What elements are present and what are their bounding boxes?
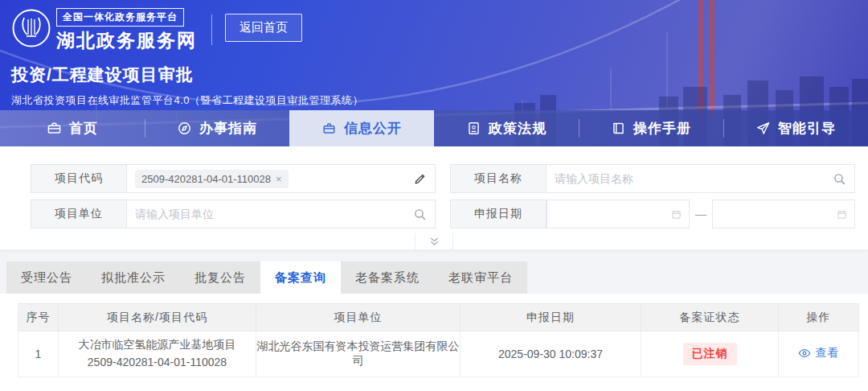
project-name-text: 大冶市临空氢能源产业基地项目 — [59, 336, 256, 354]
table-header-row: 序号 项目名称/项目代码 项目单位 申报日期 备案证状态 操作 — [18, 304, 859, 331]
site-header: 全国一体化政务服务平台 湖北政务服务网 返回首页 投资/工程建设项目审批 湖北省… — [0, 0, 868, 146]
declare-date-field: 申报日期 — — [450, 200, 855, 228]
nav-item-policy[interactable]: 政策法规 — [434, 110, 579, 146]
col-index: 序号 — [18, 304, 59, 331]
nav-item-smart-guide[interactable]: 智能引导 — [723, 110, 868, 146]
status-badge: 已注销 — [683, 343, 737, 365]
smart-guide-icon — [755, 121, 771, 136]
nav-item-home[interactable]: 首页 — [0, 110, 145, 146]
nav-label: 办事指南 — [199, 119, 257, 138]
col-action: 操作 — [779, 304, 859, 331]
project-unit-label: 项目单位 — [31, 200, 127, 228]
search-icon[interactable] — [833, 172, 846, 186]
table-row: 1 大冶市临空氢能源产业基地项目 2509-420281-04-01-11002… — [18, 331, 859, 377]
cell-project-name-code: 大冶市临空氢能源产业基地项目 2509-420281-04-01-110028 — [59, 331, 256, 377]
main-nav: 首页 办事指南 信息公开 政策法规 操作手册 智能引导 — [0, 110, 868, 146]
tab-acceptance-notice[interactable]: 受理公告 — [6, 261, 87, 294]
declare-date-start-input[interactable] — [547, 200, 690, 228]
cell-declare-date: 2025-09-30 10:09:37 — [461, 331, 641, 377]
tab-record-query[interactable]: 备案查询 — [260, 261, 341, 294]
nav-label: 智能引导 — [778, 119, 836, 138]
edit-pencil-icon[interactable] — [413, 172, 427, 186]
guide-icon — [177, 121, 192, 136]
page-subtitle: 湖北省投资项目在线审批监管平台4.0（暨省工程建设项目审批管理系统） — [11, 93, 868, 108]
results-table: 序号 项目名称/项目代码 项目单位 申报日期 备案证状态 操作 1 大冶市临空氢… — [18, 303, 859, 377]
nav-label: 信息公开 — [344, 119, 402, 138]
manual-icon — [611, 121, 626, 136]
project-name-input[interactable] — [555, 172, 833, 185]
project-name-label: 项目名称 — [450, 164, 547, 193]
nav-label: 首页 — [69, 119, 98, 138]
policy-icon — [466, 121, 481, 136]
date-range-separator: — — [690, 200, 712, 228]
calendar-icon — [671, 209, 682, 220]
brand-row: 全国一体化政务服务平台 湖北政务服务网 返回首页 — [11, 8, 868, 53]
declare-date-label: 申报日期 — [450, 200, 547, 228]
project-code-input[interactable]: 2509-420281-04-01-110028 × — [127, 164, 436, 193]
tab-old-record-system[interactable]: 老备案系统 — [341, 261, 434, 294]
project-code-field: 项目代码 2509-420281-04-01-110028 × — [31, 164, 436, 193]
project-name-field: 项目名称 — [450, 164, 855, 193]
cell-action: 查看 — [779, 331, 859, 377]
project-code-tag: 2509-420281-04-01-110028 × — [135, 170, 289, 188]
nav-item-guide[interactable]: 办事指南 — [145, 110, 289, 146]
project-code-text: 2509-420281-04-01-110028 — [59, 354, 256, 372]
eye-icon — [798, 347, 811, 360]
cell-record-status: 已注销 — [641, 331, 779, 377]
home-icon — [47, 121, 62, 136]
cell-project-unit: 湖北光谷东国有资本投资运营集团有限公司 — [256, 331, 461, 377]
project-unit-input[interactable] — [135, 208, 413, 220]
tab-proposed-approval[interactable]: 拟批准公示 — [87, 261, 180, 294]
double-chevron-down-icon — [428, 236, 440, 248]
tab-approval-notice[interactable]: 批复公告 — [180, 261, 260, 294]
nav-item-manual[interactable]: 操作手册 — [579, 110, 723, 146]
project-code-label: 项目代码 — [31, 164, 127, 193]
declare-date-end-input[interactable] — [712, 200, 855, 228]
info-disclosure-icon — [321, 121, 337, 136]
nav-item-info-disclosure[interactable]: 信息公开 — [289, 110, 434, 146]
tag-remove-icon[interactable]: × — [276, 174, 282, 184]
results-panel: 序号 项目名称/项目代码 项目单位 申报日期 备案证状态 操作 1 大冶市临空氢… — [0, 294, 868, 391]
col-project-unit: 项目单位 — [256, 304, 461, 331]
col-project-name-code: 项目名称/项目代码 — [59, 304, 256, 331]
search-icon[interactable] — [413, 208, 427, 221]
collapse-form-button[interactable] — [415, 233, 453, 250]
tab-old-joint-review[interactable]: 老联审平台 — [434, 261, 527, 294]
project-unit-field: 项目单位 — [31, 200, 436, 228]
site-logo — [11, 8, 51, 48]
brand-divider — [211, 14, 212, 45]
search-form: 项目代码 2509-420281-04-01-110028 × 项目名称 项目单… — [0, 146, 868, 249]
calendar-icon — [837, 209, 847, 220]
col-record-status: 备案证状态 — [641, 304, 779, 331]
site-name: 湖北政务服务网 — [56, 28, 197, 53]
back-home-button[interactable]: 返回首页 — [225, 14, 302, 42]
page-title: 投资/工程建设项目审批 — [11, 64, 868, 86]
record-tabs: 受理公告 拟批准公示 批复公告 备案查询 老备案系统 老联审平台 — [0, 261, 868, 294]
nav-label: 操作手册 — [633, 119, 691, 138]
cell-index: 1 — [18, 331, 59, 377]
nav-label: 政策法规 — [489, 119, 547, 138]
platform-badge: 全国一体化政务服务平台 — [56, 8, 184, 27]
view-link[interactable]: 查看 — [798, 346, 840, 360]
brand-text: 全国一体化政务服务平台 湖北政务服务网 — [56, 8, 197, 53]
col-declare-date: 申报日期 — [461, 304, 641, 331]
